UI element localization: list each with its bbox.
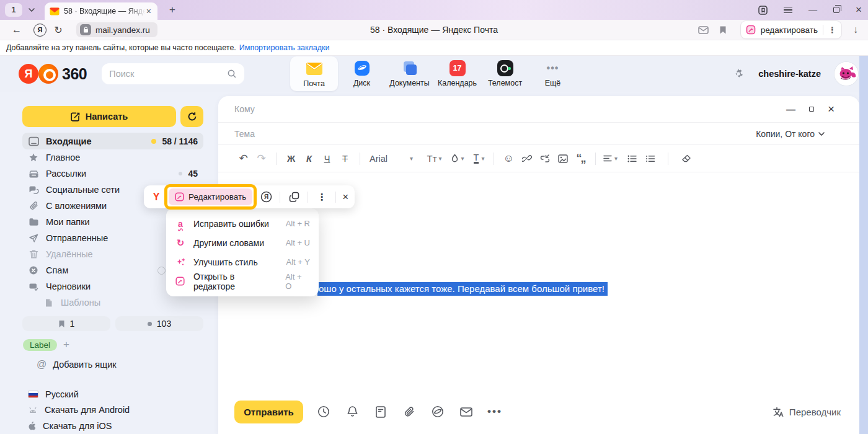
- font-family-select[interactable]: Arial ▾: [366, 154, 419, 164]
- font-size-select[interactable]: Tт▾: [425, 153, 443, 164]
- counter-pill[interactable]: 103: [115, 316, 203, 331]
- image-icon[interactable]: [554, 154, 572, 163]
- mail-notify-icon[interactable]: [698, 26, 713, 34]
- app-mail[interactable]: Почта: [290, 56, 338, 91]
- android-icon: [28, 406, 38, 414]
- bookmarks-pill[interactable]: 1: [22, 316, 110, 331]
- to-field[interactable]: Кому — ×: [218, 96, 859, 123]
- app-docs[interactable]: Документы: [386, 56, 433, 87]
- menu-item-rephrase[interactable]: ↻ Другими словами Alt + U: [166, 233, 319, 252]
- edit-menu-button[interactable]: Редактировать: [169, 188, 252, 205]
- reminder-bell-icon[interactable]: [338, 405, 366, 418]
- tab-group-button[interactable]: 1: [5, 3, 22, 17]
- import-bookmarks-link[interactable]: Импортировать закладки: [239, 43, 330, 52]
- new-tab-button[interactable]: +: [165, 2, 180, 17]
- neuro-edit-extension-button[interactable]: редактировать ⋮: [740, 20, 842, 39]
- minimize-window-icon[interactable]: —: [808, 5, 817, 15]
- sidebar-item-inbox[interactable]: Входящие 58 / 1146: [22, 133, 203, 149]
- add-label-icon[interactable]: +: [63, 339, 69, 351]
- numbered-list-icon[interactable]: [641, 155, 659, 162]
- compose-close-icon[interactable]: ×: [828, 102, 835, 116]
- refresh-button[interactable]: [180, 106, 203, 127]
- selected-text[interactable]: ошо у остальных кажется тоже. Передавай …: [317, 282, 608, 296]
- inbox-icon: [28, 136, 39, 146]
- download-android-link[interactable]: Скачать для Android: [22, 402, 203, 418]
- yandex-browser-icon[interactable]: Я: [33, 24, 46, 37]
- avatar[interactable]: [835, 62, 858, 86]
- menu-item-improve-style[interactable]: Улучшить стиль Alt + Y: [166, 252, 319, 272]
- app-disk[interactable]: Диск: [338, 56, 386, 87]
- attach-from-disk-icon[interactable]: [423, 405, 452, 418]
- close-window-icon[interactable]: ×: [856, 4, 862, 16]
- yandex-logo-icon: Я: [19, 64, 38, 84]
- quote-icon[interactable]: “„: [572, 152, 590, 165]
- browser-menu-icon[interactable]: [784, 5, 792, 16]
- extension-more-icon[interactable]: ⋮: [828, 25, 836, 35]
- note-icon[interactable]: [366, 406, 395, 418]
- app-more[interactable]: ••• Ещё: [529, 56, 577, 87]
- more-options-icon[interactable]: •••: [480, 405, 509, 418]
- bookmark-icon[interactable]: [719, 25, 734, 35]
- italic-button[interactable]: К: [300, 154, 318, 164]
- open-editor-icon: [175, 277, 186, 286]
- spam-icon: [28, 265, 39, 275]
- translator-button[interactable]: Переводчик: [772, 406, 841, 418]
- cc-from-toggle[interactable]: Копии, От кого: [756, 129, 825, 139]
- sidebar-item-main[interactable]: Главное: [22, 149, 203, 166]
- popup-more-icon[interactable]: ⋮: [314, 192, 329, 203]
- link-icon[interactable]: [518, 154, 536, 164]
- search-box[interactable]: [102, 63, 244, 84]
- copy-icon[interactable]: [286, 192, 301, 202]
- browser-tab[interactable]: 58 · Входящие — Яндек ×: [45, 2, 157, 20]
- undo-icon[interactable]: ↶: [234, 152, 252, 165]
- bullet-list-icon[interactable]: [623, 155, 641, 162]
- compose-button[interactable]: Написать: [22, 106, 176, 127]
- tab-list-chevron[interactable]: [24, 3, 40, 17]
- settings-gear-icon[interactable]: [732, 68, 745, 80]
- app-telemost[interactable]: Телемост: [481, 56, 529, 87]
- unlink-icon[interactable]: [536, 154, 554, 164]
- eraser-icon[interactable]: [677, 154, 695, 163]
- align-select[interactable]: ▾: [601, 155, 619, 162]
- reload-icon[interactable]: ↻: [50, 24, 66, 36]
- url-field[interactable]: mail.yandex.ru: [76, 22, 157, 37]
- attach-from-mail-icon[interactable]: [452, 407, 480, 417]
- underline-button[interactable]: Ч: [318, 154, 336, 164]
- emoji-icon[interactable]: ☺: [500, 153, 518, 165]
- menu-item-open-editor[interactable]: Открыть в редакторе Alt + O: [166, 272, 319, 291]
- yandex-search-icon[interactable]: Я: [259, 191, 273, 203]
- bold-button[interactable]: Ж: [282, 154, 300, 164]
- text-color-button[interactable]: T ▾: [470, 154, 488, 164]
- unread-dot: [151, 139, 156, 144]
- 360-logo-icon: [38, 64, 58, 84]
- tab-close-icon[interactable]: ×: [145, 6, 153, 16]
- redo-icon[interactable]: ↷: [252, 152, 270, 165]
- subject-field[interactable]: Тема Копии, От кого: [218, 123, 859, 145]
- downloads-icon[interactable]: ↓: [848, 24, 863, 35]
- back-icon[interactable]: ←: [9, 24, 25, 35]
- highlight-color-button[interactable]: ▾: [448, 154, 466, 163]
- schedule-send-icon[interactable]: [309, 405, 338, 418]
- sidebar-item-templates[interactable]: Шаблоны: [22, 294, 203, 311]
- menu-item-fix-errors[interactable]: a Исправить ошибки Alt + R: [166, 214, 319, 233]
- sidebar-item-newsletters[interactable]: Рассылки 45: [22, 166, 203, 182]
- language-selector[interactable]: Русский: [22, 386, 203, 402]
- mail-favicon: [50, 7, 60, 16]
- download-ios-link[interactable]: Скачать для iOS: [22, 418, 203, 434]
- strikethrough-button[interactable]: Т: [336, 154, 354, 164]
- page-scrollbar-track[interactable]: [859, 56, 868, 434]
- russian-flag-icon: [28, 391, 38, 398]
- compose-expand-icon[interactable]: [809, 107, 814, 112]
- label-tag[interactable]: Label: [23, 339, 57, 351]
- attach-file-icon[interactable]: [395, 406, 423, 418]
- username[interactable]: cheshire-katze: [758, 69, 821, 79]
- app-calendar[interactable]: 17 Календарь: [433, 56, 481, 87]
- compose-minimize-icon[interactable]: —: [786, 104, 795, 115]
- popup-close-icon[interactable]: ×: [342, 191, 348, 203]
- send-button[interactable]: Отправить: [234, 401, 303, 423]
- search-input[interactable]: [109, 69, 227, 79]
- restore-window-icon[interactable]: [833, 7, 839, 13]
- add-mailbox-button[interactable]: @ Добавить ящик: [22, 359, 203, 370]
- side-panel-icon[interactable]: [758, 6, 768, 15]
- yandex360-logo[interactable]: Я 360: [19, 64, 87, 84]
